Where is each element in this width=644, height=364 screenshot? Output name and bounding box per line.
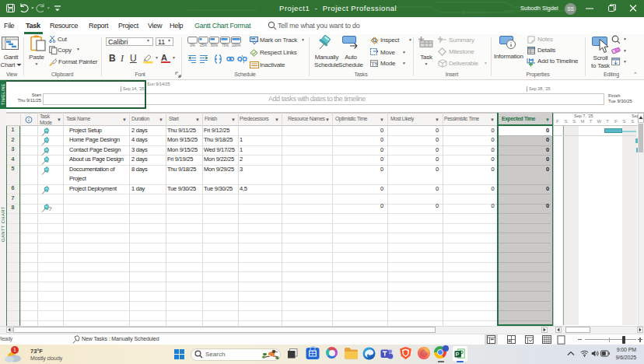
svg-text:0%: 0% (190, 44, 195, 47)
svg-text:75%: 75% (222, 44, 229, 47)
svg-text:100%: 100% (232, 44, 241, 47)
svg-text:?: ? (374, 62, 377, 68)
svg-text:25%: 25% (200, 44, 207, 47)
svg-text:50%: 50% (211, 44, 218, 47)
